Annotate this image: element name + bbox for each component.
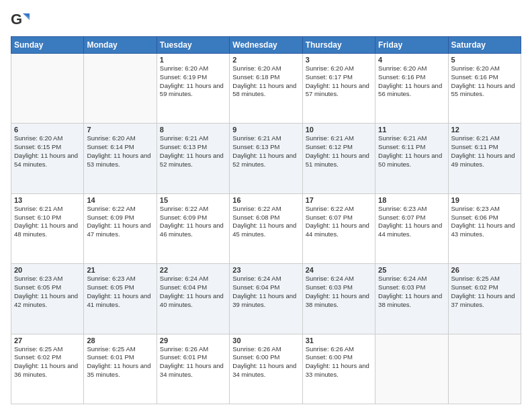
table-row: 30Sunrise: 6:26 AM Sunset: 6:00 PM Dayli…: [230, 334, 302, 404]
day-number: 2: [232, 56, 299, 64]
day-number: 16: [232, 196, 299, 204]
table-row: 13Sunrise: 6:21 AM Sunset: 6:10 PM Dayli…: [11, 193, 84, 263]
day-number: 13: [14, 196, 81, 204]
day-header-thursday: Thursday: [302, 37, 375, 54]
day-number: 8: [160, 126, 226, 134]
day-info: Sunrise: 6:20 AM Sunset: 6:19 PM Dayligh…: [160, 64, 226, 99]
table-row: 18Sunrise: 6:23 AM Sunset: 6:07 PM Dayli…: [375, 193, 448, 263]
day-info: Sunrise: 6:24 AM Sunset: 6:03 PM Dayligh…: [378, 275, 445, 309]
table-row: 14Sunrise: 6:22 AM Sunset: 6:09 PM Dayli…: [84, 193, 157, 263]
table-row: 1Sunrise: 6:20 AM Sunset: 6:19 PM Daylig…: [157, 54, 229, 124]
day-info: Sunrise: 6:26 AM Sunset: 6:00 PM Dayligh…: [306, 345, 372, 379]
day-info: Sunrise: 6:21 AM Sunset: 6:13 PM Dayligh…: [232, 134, 299, 169]
day-info: Sunrise: 6:21 AM Sunset: 6:13 PM Dayligh…: [160, 134, 226, 169]
table-row: 8Sunrise: 6:21 AM Sunset: 6:13 PM Daylig…: [157, 124, 229, 193]
table-row: 23Sunrise: 6:24 AM Sunset: 6:04 PM Dayli…: [230, 264, 302, 334]
header: G: [11, 11, 521, 30]
table-row: 17Sunrise: 6:22 AM Sunset: 6:07 PM Dayli…: [302, 193, 375, 263]
day-info: Sunrise: 6:21 AM Sunset: 6:12 PM Dayligh…: [306, 134, 372, 169]
day-info: Sunrise: 6:26 AM Sunset: 6:01 PM Dayligh…: [160, 345, 226, 379]
day-header-monday: Monday: [84, 37, 157, 54]
day-number: 4: [378, 56, 445, 64]
day-number: 15: [160, 196, 226, 204]
table-row: 31Sunrise: 6:26 AM Sunset: 6:00 PM Dayli…: [302, 334, 375, 404]
day-info: Sunrise: 6:21 AM Sunset: 6:11 PM Dayligh…: [451, 134, 518, 169]
table-row: [11, 54, 84, 124]
logo-icon: G: [11, 11, 30, 30]
table-row: 10Sunrise: 6:21 AM Sunset: 6:12 PM Dayli…: [302, 124, 375, 193]
day-info: Sunrise: 6:25 AM Sunset: 6:01 PM Dayligh…: [87, 345, 153, 379]
day-header-tuesday: Tuesday: [157, 37, 229, 54]
day-info: Sunrise: 6:24 AM Sunset: 6:03 PM Dayligh…: [306, 275, 372, 309]
day-info: Sunrise: 6:20 AM Sunset: 6:16 PM Dayligh…: [378, 64, 445, 99]
day-header-wednesday: Wednesday: [230, 37, 302, 54]
table-row: 20Sunrise: 6:23 AM Sunset: 6:05 PM Dayli…: [11, 264, 84, 334]
svg-text:G: G: [11, 11, 22, 28]
table-row: 2Sunrise: 6:20 AM Sunset: 6:18 PM Daylig…: [230, 54, 302, 124]
day-info: Sunrise: 6:23 AM Sunset: 6:06 PM Dayligh…: [451, 205, 518, 239]
day-info: Sunrise: 6:26 AM Sunset: 6:00 PM Dayligh…: [232, 345, 299, 379]
day-number: 17: [306, 196, 372, 204]
day-number: 3: [306, 56, 372, 64]
table-row: 12Sunrise: 6:21 AM Sunset: 6:11 PM Dayli…: [448, 124, 521, 193]
day-number: 11: [378, 126, 445, 134]
table-row: 22Sunrise: 6:24 AM Sunset: 6:04 PM Dayli…: [157, 264, 229, 334]
table-row: 6Sunrise: 6:20 AM Sunset: 6:15 PM Daylig…: [11, 124, 84, 193]
day-number: 28: [87, 336, 153, 345]
day-number: 10: [306, 126, 372, 134]
page: G SundayMondayTuesdayWednesdayThursdayFr…: [0, 0, 532, 411]
day-header-saturday: Saturday: [448, 37, 521, 54]
day-number: 26: [451, 266, 518, 274]
day-info: Sunrise: 6:20 AM Sunset: 6:14 PM Dayligh…: [87, 134, 153, 169]
day-number: 5: [451, 56, 518, 64]
day-number: 23: [232, 266, 299, 274]
table-row: 25Sunrise: 6:24 AM Sunset: 6:03 PM Dayli…: [375, 264, 448, 334]
table-row: 9Sunrise: 6:21 AM Sunset: 6:13 PM Daylig…: [230, 124, 302, 193]
table-row: 21Sunrise: 6:23 AM Sunset: 6:05 PM Dayli…: [84, 264, 157, 334]
day-info: Sunrise: 6:24 AM Sunset: 6:04 PM Dayligh…: [232, 275, 299, 309]
day-info: Sunrise: 6:20 AM Sunset: 6:18 PM Dayligh…: [232, 64, 299, 99]
day-info: Sunrise: 6:23 AM Sunset: 6:05 PM Dayligh…: [87, 275, 153, 309]
day-info: Sunrise: 6:25 AM Sunset: 6:02 PM Dayligh…: [14, 345, 81, 379]
day-number: 21: [87, 266, 153, 274]
day-number: 24: [306, 266, 372, 274]
calendar-week-row: 6Sunrise: 6:20 AM Sunset: 6:15 PM Daylig…: [11, 124, 521, 193]
day-info: Sunrise: 6:25 AM Sunset: 6:02 PM Dayligh…: [451, 275, 518, 309]
svg-marker-2: [23, 13, 30, 20]
day-number: 7: [87, 126, 153, 134]
table-row: 7Sunrise: 6:20 AM Sunset: 6:14 PM Daylig…: [84, 124, 157, 193]
table-row: 4Sunrise: 6:20 AM Sunset: 6:16 PM Daylig…: [375, 54, 448, 124]
calendar-week-row: 13Sunrise: 6:21 AM Sunset: 6:10 PM Dayli…: [11, 193, 521, 263]
day-info: Sunrise: 6:21 AM Sunset: 6:11 PM Dayligh…: [378, 134, 445, 169]
calendar-week-row: 27Sunrise: 6:25 AM Sunset: 6:02 PM Dayli…: [11, 334, 521, 404]
table-row: 11Sunrise: 6:21 AM Sunset: 6:11 PM Dayli…: [375, 124, 448, 193]
calendar-week-row: 20Sunrise: 6:23 AM Sunset: 6:05 PM Dayli…: [11, 264, 521, 334]
day-number: 27: [14, 336, 81, 345]
calendar-header-row: SundayMondayTuesdayWednesdayThursdayFrid…: [11, 37, 521, 54]
table-row: 5Sunrise: 6:20 AM Sunset: 6:16 PM Daylig…: [448, 54, 521, 124]
table-row: [448, 334, 521, 404]
table-row: 29Sunrise: 6:26 AM Sunset: 6:01 PM Dayli…: [157, 334, 229, 404]
table-row: 19Sunrise: 6:23 AM Sunset: 6:06 PM Dayli…: [448, 193, 521, 263]
day-info: Sunrise: 6:22 AM Sunset: 6:08 PM Dayligh…: [232, 205, 299, 239]
day-info: Sunrise: 6:20 AM Sunset: 6:15 PM Dayligh…: [14, 134, 81, 169]
table-row: 15Sunrise: 6:22 AM Sunset: 6:09 PM Dayli…: [157, 193, 229, 263]
day-number: 22: [160, 266, 226, 274]
day-info: Sunrise: 6:21 AM Sunset: 6:10 PM Dayligh…: [14, 205, 81, 239]
day-info: Sunrise: 6:20 AM Sunset: 6:16 PM Dayligh…: [451, 64, 518, 99]
day-number: 20: [14, 266, 81, 274]
table-row: 26Sunrise: 6:25 AM Sunset: 6:02 PM Dayli…: [448, 264, 521, 334]
table-row: 3Sunrise: 6:20 AM Sunset: 6:17 PM Daylig…: [302, 54, 375, 124]
table-row: 27Sunrise: 6:25 AM Sunset: 6:02 PM Dayli…: [11, 334, 84, 404]
table-row: [375, 334, 448, 404]
day-number: 9: [232, 126, 299, 134]
day-info: Sunrise: 6:22 AM Sunset: 6:07 PM Dayligh…: [306, 205, 372, 239]
day-info: Sunrise: 6:22 AM Sunset: 6:09 PM Dayligh…: [160, 205, 226, 239]
table-row: 16Sunrise: 6:22 AM Sunset: 6:08 PM Dayli…: [230, 193, 302, 263]
day-info: Sunrise: 6:23 AM Sunset: 6:05 PM Dayligh…: [14, 275, 81, 309]
calendar-week-row: 1Sunrise: 6:20 AM Sunset: 6:19 PM Daylig…: [11, 54, 521, 124]
logo: G: [11, 11, 32, 30]
day-header-sunday: Sunday: [11, 37, 84, 54]
day-info: Sunrise: 6:22 AM Sunset: 6:09 PM Dayligh…: [87, 205, 153, 239]
day-number: 19: [451, 196, 518, 204]
